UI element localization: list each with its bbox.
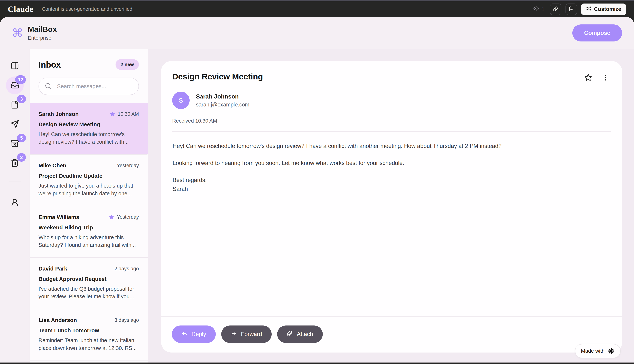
action-bar: Reply Forward Attach bbox=[161, 316, 622, 352]
compose-button[interactable]: Compose bbox=[572, 24, 622, 42]
view-count: 1 bbox=[542, 6, 544, 12]
inbox-title: Inbox bbox=[38, 60, 61, 70]
shuffle-icon bbox=[586, 6, 591, 12]
email-sender: Sarah Johnson bbox=[38, 111, 79, 117]
reply-arrow-icon bbox=[182, 330, 188, 338]
new-messages-badge: 2 new bbox=[116, 59, 139, 70]
email-list-item[interactable]: Mike Chen Yesterday Project Deadline Upd… bbox=[30, 154, 148, 206]
nav-inbox-button[interactable]: 12 bbox=[6, 76, 24, 94]
more-vertical-icon bbox=[602, 74, 610, 82]
email-preview: Hey! Can we reschedule tomorrow's design… bbox=[38, 130, 139, 146]
made-with-label: Made with bbox=[581, 348, 604, 354]
app-title: MailBox bbox=[28, 25, 57, 34]
email-preview: Reminder: Team lunch at the new Italian … bbox=[38, 336, 139, 352]
email-time: 10:30 AM bbox=[118, 111, 139, 117]
sender-email: sarah.j@example.com bbox=[196, 102, 250, 108]
spam-count-badge: 5 bbox=[17, 134, 26, 142]
app-subtitle: Enterprise bbox=[28, 35, 57, 41]
made-with-badge[interactable]: Made with bbox=[575, 344, 621, 358]
toggle-panel-button[interactable] bbox=[6, 57, 24, 75]
screen: Claude Content is user-generated and unv… bbox=[0, 0, 634, 364]
email-time: 3 days ago bbox=[114, 317, 139, 323]
star-icon bbox=[110, 112, 115, 117]
email-subject: Weekend Hiking Trip bbox=[38, 224, 139, 231]
send-icon bbox=[10, 120, 19, 129]
attach-button[interactable]: Attach bbox=[277, 326, 323, 343]
star-icon bbox=[109, 214, 114, 220]
email-time: Yesterday bbox=[117, 214, 139, 220]
trash-count-badge: 2 bbox=[17, 153, 26, 162]
forward-button[interactable]: Forward bbox=[221, 326, 272, 343]
email-time: Yesterday bbox=[117, 163, 139, 168]
link-icon bbox=[553, 6, 558, 12]
email-subject: Budget Approval Request bbox=[38, 276, 139, 282]
email-paragraph: Hey! Can we reschedule tomorrow's design… bbox=[172, 142, 611, 150]
email-detail-card: Design Review Meeting bbox=[161, 61, 622, 352]
user-icon bbox=[10, 198, 19, 207]
reading-pane: Design Review Meeting bbox=[148, 49, 634, 362]
panel-icon bbox=[10, 62, 19, 70]
forward-arrow-icon bbox=[231, 330, 237, 338]
email-list-item[interactable]: Emma Williams Yesterday Weekend Hiking T… bbox=[30, 206, 148, 258]
email-sender: David Park bbox=[38, 266, 67, 272]
claude-topbar: Claude Content is user-generated and unv… bbox=[0, 1, 634, 17]
profile-button[interactable] bbox=[6, 194, 24, 212]
report-flag-button[interactable] bbox=[566, 4, 577, 15]
customize-button[interactable]: Customize bbox=[581, 4, 626, 15]
mailbox-app: MailBox Enterprise Compose 12 bbox=[0, 17, 634, 362]
email-body: Hey! Can we reschedule tomorrow's design… bbox=[161, 132, 622, 316]
forward-label: Forward bbox=[241, 331, 262, 338]
email-subject: Project Deadline Update bbox=[38, 173, 139, 179]
email-subject: Team Lunch Tomorrow bbox=[38, 327, 139, 334]
app-header: MailBox Enterprise Compose bbox=[0, 17, 634, 49]
icon-rail: 12 3 5 bbox=[0, 49, 30, 362]
star-outline-icon bbox=[584, 74, 592, 82]
email-list: Sarah Johnson 10:30 AM Design Review Mee… bbox=[30, 103, 148, 362]
nav-drafts-button[interactable]: 3 bbox=[6, 96, 24, 114]
command-icon bbox=[12, 28, 22, 38]
window-top-edge bbox=[0, 0, 634, 1]
email-preview: Who's up for a hiking adventure this Sat… bbox=[38, 234, 139, 249]
email-time: 2 days ago bbox=[114, 266, 139, 272]
unverified-notice: Content is user-generated and unverified… bbox=[42, 6, 134, 12]
received-timestamp: Received 10:30 AM bbox=[172, 118, 611, 124]
email-preview: Just wanted to give you a heads up that … bbox=[38, 182, 139, 197]
email-list-item[interactable]: Sarah Johnson 10:30 AM Design Review Mee… bbox=[30, 103, 148, 154]
email-sender: Mike Chen bbox=[38, 162, 66, 169]
claude-spark-icon bbox=[608, 348, 615, 354]
copy-link-button[interactable] bbox=[550, 4, 562, 15]
eye-icon bbox=[533, 6, 539, 13]
email-detail-subject: Design Review Meeting bbox=[172, 72, 263, 82]
sender-name: Sarah Johnson bbox=[196, 93, 250, 100]
customize-label: Customize bbox=[594, 6, 621, 12]
star-message-button[interactable] bbox=[583, 72, 593, 83]
search-input[interactable] bbox=[38, 78, 139, 95]
search-icon bbox=[45, 82, 52, 90]
message-list-panel: Inbox 2 new Sarah Johnson bbox=[30, 49, 148, 362]
reply-button[interactable]: Reply bbox=[172, 326, 216, 343]
email-preview: I've attached the Q3 budget proposal for… bbox=[38, 285, 139, 300]
view-counter: 1 bbox=[533, 6, 544, 13]
flag-icon bbox=[569, 6, 574, 12]
claude-logo: Claude bbox=[8, 4, 33, 14]
rail-divider bbox=[9, 181, 21, 182]
inbox-count-badge: 12 bbox=[15, 75, 26, 84]
paperclip-icon bbox=[287, 330, 293, 338]
email-sender: Lisa Anderson bbox=[38, 317, 77, 323]
reply-label: Reply bbox=[192, 331, 206, 338]
more-options-button[interactable] bbox=[601, 72, 611, 83]
attach-label: Attach bbox=[297, 331, 313, 338]
email-sender: Emma Williams bbox=[38, 214, 79, 220]
email-subject: Design Review Meeting bbox=[38, 121, 139, 128]
email-list-item[interactable]: Lisa Anderson 3 days ago Team Lunch Tomo… bbox=[30, 309, 148, 361]
email-list-item[interactable]: David Park 2 days ago Budget Approval Re… bbox=[30, 258, 148, 309]
drafts-count-badge: 3 bbox=[17, 95, 26, 103]
sender-avatar: S bbox=[172, 92, 190, 109]
email-paragraph: Looking forward to hearing from you soon… bbox=[172, 159, 611, 168]
nav-sent-button[interactable] bbox=[6, 115, 24, 133]
nav-spam-button[interactable]: 5 bbox=[6, 135, 24, 152]
nav-trash-button[interactable]: 2 bbox=[6, 154, 24, 172]
email-signature: Best regards, Sarah bbox=[172, 176, 611, 194]
